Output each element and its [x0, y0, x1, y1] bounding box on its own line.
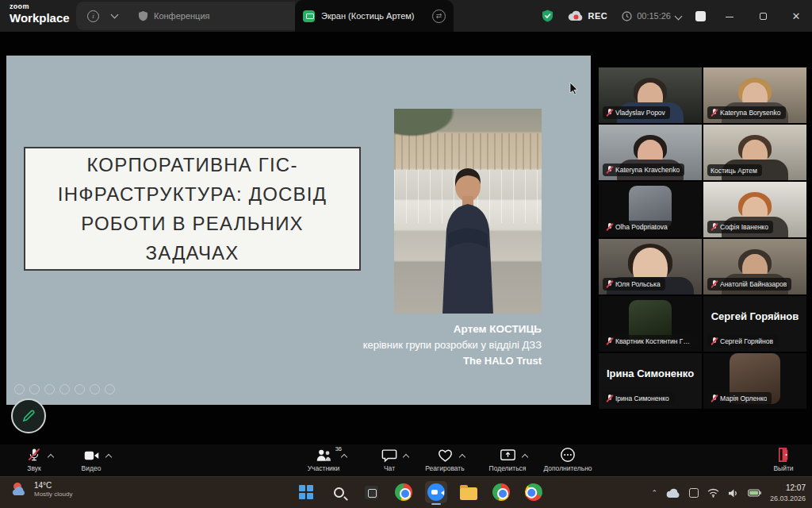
volume-icon[interactable] [728, 488, 739, 498]
toolbar-audio-label: Звук [27, 464, 40, 472]
chrome-icon[interactable] [490, 481, 512, 503]
mic-muted-icon [26, 447, 42, 463]
participant-name: Костиць Артем [710, 167, 757, 175]
mic-muted-icon [710, 394, 718, 403]
deck-control-icon[interactable] [14, 384, 25, 394]
zoom-workplace-window: zoom Workplace i Конференция Экран (Кост… [0, 0, 812, 508]
participant-tile[interactable]: Kateryna Kravchenko [599, 125, 702, 180]
search-button[interactable] [327, 481, 350, 503]
close-button[interactable]: ✕ [787, 10, 806, 22]
info-icon[interactable]: i [87, 10, 99, 22]
reactions-options-chevron[interactable] [458, 454, 465, 460]
participants-count-badge: 36 [335, 445, 342, 452]
mic-muted-icon [606, 223, 613, 232]
share-screen-icon [500, 448, 516, 463]
tray-expand-chevron[interactable]: ⌃ [651, 489, 657, 497]
toolbar-reactions-button[interactable]: Реагировать [411, 447, 479, 472]
maximize-button[interactable] [753, 10, 772, 22]
window-titlebar: zoom Workplace i Конференция Экран (Кост… [0, 0, 812, 32]
participant-name-label: Ірина Симоненко [603, 392, 674, 405]
slide-title: КОРПОРАТИВНА ГІС-ІНФРАСТРУКТУРА: ДОСВІД … [32, 150, 353, 267]
participant-name: Kateryna Kravchenko [615, 166, 680, 174]
participants-options-chevron[interactable] [341, 454, 347, 460]
camera-icon [83, 448, 100, 463]
participant-name-label: Сергей Горяйнов [707, 335, 778, 348]
windows-taskbar: 14°C Mostly cloudy ⌃ [0, 476, 812, 508]
browser-icon[interactable] [393, 481, 415, 503]
chat-options-chevron[interactable] [403, 454, 409, 460]
start-button[interactable] [295, 481, 317, 503]
participant-tile[interactable]: Ірина Симоненко Ірина Симоненко [599, 353, 702, 409]
mic-muted-icon [606, 280, 613, 289]
deck-control-icon[interactable] [44, 384, 55, 394]
participant-tile[interactable]: Софія Іваненко [703, 182, 806, 237]
video-options-chevron[interactable] [105, 454, 111, 460]
participant-tile[interactable]: Olha Podpriatova [599, 182, 702, 237]
swap-tab-icon[interactable]: ⇄ [432, 10, 446, 23]
taskbar-clock[interactable]: 12:07 26.03.2026 [770, 483, 806, 503]
zoom-app-icon[interactable] [425, 481, 447, 503]
timer-chevron-icon [675, 12, 683, 20]
titlebar-right-controls: REC 00:15:26 ✕ [542, 0, 806, 32]
presentation-controls[interactable] [14, 384, 115, 394]
toolbar-video-button[interactable]: Видео [57, 447, 125, 472]
weather-widget[interactable]: 14°C Mostly cloudy [10, 480, 72, 499]
speaker-silhouette [420, 155, 515, 314]
recording-indicator[interactable]: REC [568, 10, 607, 21]
speaker-role: керівник групи розробки у відділі ДЗЗ [363, 337, 542, 353]
tab-shared-screen[interactable]: Экран (Костиць Артем) ⇄ [295, 0, 454, 32]
view-layout-icon[interactable] [695, 11, 706, 21]
meeting-timer[interactable]: 00:15:26 [622, 11, 681, 21]
toolbar-share-button[interactable]: Поделиться [473, 447, 542, 472]
tab-strip: i Конференция [76, 2, 295, 30]
participant-tile[interactable]: Юля Рольська [599, 239, 702, 294]
mic-muted-icon [710, 280, 718, 289]
onedrive-icon[interactable] [666, 488, 680, 498]
tab-meeting[interactable]: Конференция [138, 10, 209, 21]
participant-name: Квартник Костянтин ГЕ… [615, 337, 693, 345]
wifi-icon[interactable] [707, 488, 719, 498]
toolbar-participants-button[interactable]: 36 Участники [289, 447, 358, 472]
participant-name: Юля Рольська [615, 280, 661, 288]
deck-control-icon[interactable] [90, 384, 100, 394]
shared-screen-tab-label: Экран (Костиць Артем) [321, 11, 426, 21]
participant-tile[interactable]: Сергей Горяйнов Сергей Горяйнов [703, 296, 806, 352]
toolbar-reactions-label: Реагировать [425, 464, 464, 472]
mouse-cursor [569, 83, 578, 94]
participant-tile[interactable]: Квартник Костянтин ГЕ… [599, 296, 702, 352]
participant-tile[interactable]: Kateryna Borysenko [703, 67, 806, 123]
toolbar-chat-label: Чат [384, 464, 395, 472]
participant-tile[interactable]: Vladyslav Popov [599, 67, 702, 123]
chevron-down-icon[interactable] [111, 11, 119, 19]
tray-language-icon[interactable] [689, 488, 699, 498]
battery-icon[interactable] [748, 489, 761, 497]
participant-name-label: Софія Іваненко [707, 221, 773, 233]
chrome-profile-icon[interactable] [523, 481, 545, 503]
participant-display-name: Ірина Симоненко [599, 368, 702, 379]
deck-control-icon[interactable] [29, 384, 40, 394]
participant-tile[interactable]: Анатолій Байназаров [703, 239, 806, 294]
file-explorer-icon[interactable] [458, 481, 480, 503]
deck-control-icon[interactable] [105, 384, 115, 394]
toolbar-leave-button[interactable]: Выйти [749, 447, 812, 472]
weather-description: Mostly cloudy [34, 491, 72, 498]
participant-tile[interactable]: Марія Орленко [703, 353, 806, 409]
rec-label: REC [588, 11, 607, 21]
minimize-button[interactable] [720, 10, 739, 22]
meeting-tab-label: Конференция [154, 11, 209, 21]
toolbar-leave-label: Выйти [773, 464, 793, 472]
participant-name-label: Kateryna Borysenko [707, 106, 786, 119]
participant-tile-active-speaker[interactable]: Костиць Артем [703, 125, 806, 180]
task-view-button[interactable] [360, 481, 382, 503]
toolbar-more-button[interactable]: Дополнительно [534, 447, 602, 472]
deck-control-icon[interactable] [59, 384, 70, 394]
deck-control-icon[interactable] [75, 384, 85, 394]
annotate-button[interactable] [11, 398, 46, 433]
share-options-chevron[interactable] [521, 454, 527, 460]
participant-name: Vladyslav Popov [615, 109, 665, 117]
participant-name-label: Квартник Костянтин ГЕ… [603, 335, 698, 348]
audio-options-chevron[interactable] [48, 454, 54, 460]
shared-screen-slide: КОРПОРАТИВНА ГІС-ІНФРАСТРУКТУРА: ДОСВІД … [6, 56, 591, 405]
leave-meeting-icon [776, 447, 791, 463]
logo-workplace-text: Workplace [10, 12, 70, 24]
